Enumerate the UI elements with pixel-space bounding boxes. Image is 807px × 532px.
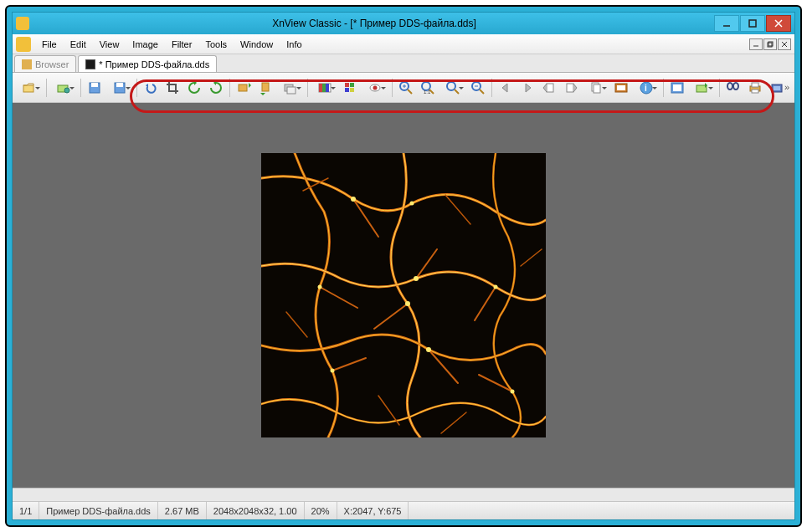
toolbar-overflow-button[interactable]	[781, 79, 793, 95]
scrollbar-horizontal[interactable]	[13, 488, 794, 501]
svg-rect-1	[749, 20, 756, 27]
svg-rect-43	[567, 84, 573, 92]
prev-button[interactable]	[496, 78, 516, 98]
zoom-in-button[interactable]	[396, 78, 416, 98]
fullscreen-button[interactable]	[667, 78, 687, 98]
menu-filter[interactable]: Filter	[166, 37, 198, 52]
status-zoom: 20%	[305, 502, 337, 519]
titlebar: XnView Classic - [* Пример DDS-файла.dds…	[13, 13, 794, 34]
tab-browser[interactable]: Browser	[14, 55, 76, 72]
svg-rect-13	[91, 83, 98, 87]
svg-text:1:1: 1:1	[424, 90, 431, 95]
svg-point-64	[318, 285, 322, 289]
palette-button[interactable]	[340, 78, 360, 98]
mdi-minimize-button[interactable]	[749, 38, 763, 50]
first-button[interactable]	[539, 78, 559, 98]
page-dropdown[interactable]	[583, 78, 609, 98]
svg-point-67	[426, 347, 431, 352]
rotate-ccw-button[interactable]	[184, 78, 204, 98]
menu-tools[interactable]: Tools	[199, 37, 233, 52]
zoom-dropdown[interactable]	[439, 78, 466, 98]
red-eye-button[interactable]	[362, 78, 388, 98]
svg-point-63	[414, 276, 419, 281]
open-folder-button[interactable]	[50, 78, 77, 98]
open-button[interactable]	[16, 78, 43, 98]
explorer-button[interactable]	[689, 78, 716, 98]
svg-line-38	[455, 90, 459, 94]
crop-button[interactable]	[162, 78, 182, 98]
last-button[interactable]	[561, 78, 581, 98]
resize-button[interactable]	[277, 78, 304, 98]
find-button[interactable]	[723, 78, 743, 98]
status-coords: X:2047, Y:675	[337, 502, 409, 519]
file-tab-icon	[85, 59, 95, 69]
print-button[interactable]	[745, 78, 765, 98]
window-title: XnView Classic - [* Пример DDS-файла.dds…	[34, 18, 714, 29]
svg-point-54	[733, 83, 738, 90]
zoom-out-button[interactable]	[468, 78, 488, 98]
menubar: File Edit View Image Filter Tools Window…	[13, 34, 794, 54]
rotate-cw-button[interactable]	[206, 78, 226, 98]
maximize-button[interactable]	[740, 15, 765, 32]
status-filename: Пример DDS-файла.dds	[39, 502, 158, 519]
svg-point-66	[494, 285, 498, 289]
mdi-close-button[interactable]	[778, 38, 791, 50]
svg-point-70	[410, 202, 414, 206]
toolbar: 1:1 i	[13, 73, 794, 103]
svg-point-65	[405, 301, 410, 306]
svg-rect-51	[673, 84, 681, 91]
svg-rect-16	[239, 84, 247, 91]
svg-rect-23	[326, 84, 329, 92]
svg-rect-22	[322, 84, 326, 92]
svg-text:i: i	[645, 84, 647, 93]
info-button[interactable]: i	[633, 78, 660, 98]
tab-file[interactable]: * Пример DDS-файла.dds	[78, 55, 217, 72]
image-viewport[interactable]	[13, 103, 794, 488]
svg-rect-45	[594, 84, 600, 93]
svg-line-31	[408, 90, 412, 94]
adjust-button[interactable]	[311, 78, 338, 98]
svg-point-11	[64, 88, 69, 93]
menu-window[interactable]: Window	[234, 37, 279, 52]
tab-file-label: * Пример DDS-файла.dds	[99, 59, 209, 69]
svg-rect-60	[774, 86, 780, 90]
menubar-app-icon	[16, 37, 31, 52]
statusbar: 1/1 Пример DDS-файла.dds 2.67 MB 2048x20…	[13, 501, 794, 519]
svg-point-68	[331, 369, 335, 373]
mdi-restore-button[interactable]	[763, 38, 777, 50]
menu-image[interactable]: Image	[126, 37, 164, 52]
minimize-button[interactable]	[714, 15, 739, 32]
svg-rect-17	[262, 83, 269, 91]
menu-edit[interactable]: Edit	[64, 37, 92, 52]
svg-rect-57	[752, 83, 758, 87]
menu-file[interactable]: File	[36, 37, 63, 52]
svg-rect-25	[350, 83, 354, 87]
status-dimensions: 2048x2048x32, 1.00	[207, 502, 305, 519]
slideshow-button[interactable]	[611, 78, 631, 98]
svg-rect-24	[345, 83, 349, 87]
app-icon	[16, 17, 29, 30]
menu-view[interactable]: View	[94, 37, 126, 52]
svg-point-29	[373, 85, 378, 90]
tabbar: Browser * Пример DDS-файла.dds	[13, 54, 794, 73]
svg-point-53	[727, 83, 732, 90]
svg-rect-42	[547, 84, 553, 92]
save-button[interactable]	[85, 78, 105, 98]
save-as-button[interactable]	[106, 78, 133, 98]
undo-button[interactable]	[141, 78, 161, 98]
svg-rect-19	[287, 87, 296, 94]
svg-rect-21	[319, 84, 322, 92]
displayed-image	[261, 153, 546, 437]
next-button[interactable]	[517, 78, 537, 98]
svg-rect-27	[350, 88, 354, 92]
svg-rect-15	[116, 83, 123, 87]
flip-h-button[interactable]	[234, 78, 254, 98]
browser-tab-icon	[22, 59, 32, 69]
close-button[interactable]	[766, 15, 791, 32]
svg-point-37	[447, 82, 455, 90]
menu-info[interactable]: Info	[280, 37, 307, 52]
flip-v-button[interactable]	[255, 78, 275, 98]
svg-point-69	[511, 390, 515, 394]
zoom-100-button[interactable]: 1:1	[418, 78, 438, 98]
svg-rect-47	[617, 85, 625, 90]
